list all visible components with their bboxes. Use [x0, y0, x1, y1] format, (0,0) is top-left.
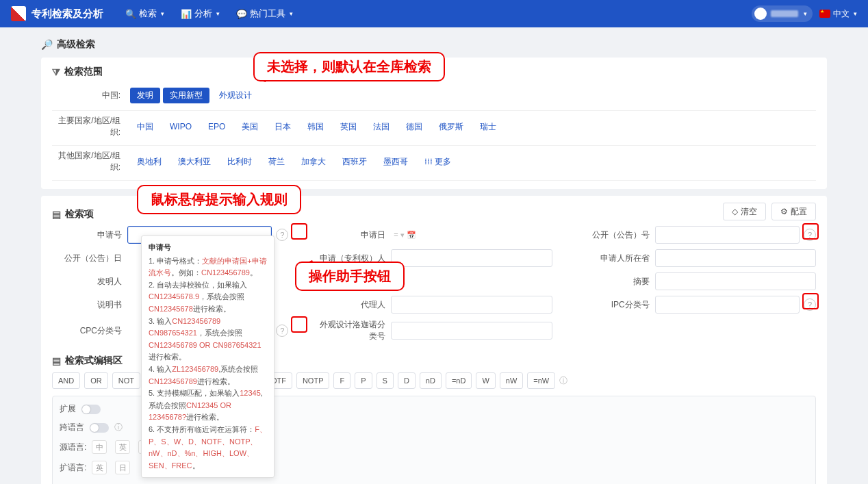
code-icon: ▤: [52, 355, 61, 366]
chip-country[interactable]: 韩国: [301, 119, 331, 135]
scope-other-row: 其他国家/地区/组织: 奥地利 澳大利亚 比利时 荷兰 加拿大 西班牙 墨西哥 …: [52, 146, 816, 181]
pub-number-input[interactable]: [655, 226, 800, 244]
info-icon[interactable]: ⓘ: [114, 422, 123, 433]
user-menu[interactable]: ▾: [752, 5, 813, 22]
op-nd[interactable]: nD: [420, 372, 442, 389]
chip-country[interactable]: 瑞士: [473, 119, 503, 135]
search-icon: 🔍: [125, 9, 136, 19]
scope-title: 检索范围: [64, 66, 103, 78]
field-ipc: IPC分类号 ?: [580, 296, 816, 314]
nav-search[interactable]: 🔍检索▾: [117, 8, 173, 20]
field-agent: 代理人: [316, 296, 552, 314]
expand-toggle[interactable]: [81, 405, 101, 414]
chevron-down-icon: ▾: [216, 10, 220, 17]
scope-main-label: 主要国家/地区/组织:: [52, 115, 127, 138]
chip-country[interactable]: 荷兰: [261, 154, 292, 170]
form-title: 检索项: [65, 208, 94, 220]
chip-country[interactable]: 西班牙: [335, 154, 374, 170]
filter-icon: ⧩: [52, 66, 60, 78]
annotation-frame: [291, 316, 307, 333]
chart-icon: 📊: [181, 9, 192, 19]
abstract-input[interactable]: [655, 272, 816, 290]
chevron-down-icon: ▾: [161, 10, 164, 17]
op-w[interactable]: W: [476, 372, 495, 389]
chip-country[interactable]: 中国: [130, 119, 160, 135]
op-nw[interactable]: nW: [500, 372, 524, 389]
annotation-default-scope: 未选择，则默认在全库检索: [253, 52, 445, 81]
chevron-down-icon: ▾: [854, 10, 857, 17]
language-switch[interactable]: 中文 ▾: [819, 8, 857, 20]
helper-icon[interactable]: ?: [804, 229, 816, 241]
chip-country[interactable]: 法国: [366, 119, 396, 135]
op-p[interactable]: P: [355, 372, 372, 389]
scope-other-label: 其他国家/地区/组织:: [52, 150, 127, 173]
top-navbar: 专利检索及分析 🔍检索▾ 📊分析▾ 💬热门工具▾ ▾ 中文 ▾: [0, 0, 868, 27]
field-abstract: 摘要: [580, 272, 816, 290]
helper-icon[interactable]: ?: [276, 324, 288, 337]
annotation-hover-tip: 鼠标悬停提示输入规则: [137, 185, 301, 214]
chip-country[interactable]: EPO: [201, 120, 232, 133]
op-and[interactable]: AND: [52, 372, 80, 389]
flag-cn-icon: [819, 10, 830, 18]
chip-design[interactable]: 外观设计: [212, 88, 259, 103]
agent-input[interactable]: [391, 296, 552, 314]
gear-icon: ⚙: [780, 207, 788, 216]
annotation-helper-button: 操作助手按钮: [295, 262, 405, 291]
chip-country[interactable]: 英国: [333, 119, 363, 135]
chip-country[interactable]: 墨西哥: [376, 154, 415, 170]
chip-country[interactable]: 奥地利: [130, 154, 168, 170]
chip-country[interactable]: 加拿大: [294, 154, 333, 170]
crosslang-toggle[interactable]: [90, 423, 109, 433]
helper-icon[interactable]: ?: [804, 298, 816, 311]
info-icon[interactable]: ⓘ: [559, 375, 567, 387]
chip-utility[interactable]: 实用新型: [163, 88, 209, 103]
chip-more[interactable]: ⁞⁞⁞ 更多: [418, 154, 458, 170]
scope-card: ⧩检索范围 中国: 发明 实用新型 外观设计 主要国家/地区/组织: 中国 WI…: [41, 58, 827, 189]
field-app-date: 申请日 = ▾ 📅: [316, 226, 552, 244]
field-pub-number: 公开（公告）号 ?: [580, 226, 816, 244]
op-not[interactable]: NOT: [112, 372, 140, 389]
nav-tools[interactable]: 💬热门工具▾: [228, 8, 301, 20]
eraser-icon: ◇: [732, 207, 738, 216]
clear-form-button[interactable]: ◇清空: [723, 203, 766, 220]
date-range-icon[interactable]: = ▾ 📅: [394, 231, 416, 240]
expr-title: 检索式编辑区: [65, 355, 123, 367]
avatar-icon: [754, 8, 767, 20]
helper-icon[interactable]: ?: [276, 229, 288, 241]
lang-chip-en[interactable]: 英: [115, 440, 130, 454]
config-button[interactable]: ⚙配置: [771, 203, 816, 220]
op-d[interactable]: D: [398, 372, 416, 389]
chip-country[interactable]: 俄罗斯: [432, 119, 470, 135]
page-title: 高级检索: [57, 38, 95, 51]
op-or[interactable]: OR: [84, 372, 108, 389]
chip-invention[interactable]: 发明: [130, 88, 160, 103]
field-app-province: 申请人所在省: [580, 249, 816, 267]
chevron-down-icon: ▾: [804, 10, 807, 17]
scope-china-row: 中国: 发明 实用新型 外观设计: [52, 84, 816, 111]
design-class-input[interactable]: [391, 322, 552, 340]
chip-country[interactable]: WIPO: [163, 120, 199, 133]
applicant-input[interactable]: [391, 249, 552, 267]
lang-chip-zh[interactable]: 中: [92, 440, 107, 454]
chip-country[interactable]: 美国: [235, 119, 265, 135]
lang-chip-en[interactable]: 英: [92, 461, 107, 474]
scope-main-row: 主要国家/地区/组织: 中国 WIPO EPO 美国 日本 韩国 英国 法国 德…: [52, 111, 816, 146]
username-blurred: [771, 10, 798, 17]
app-province-input[interactable]: [655, 249, 816, 267]
op-eqnw[interactable]: =nW: [527, 372, 555, 389]
chip-country[interactable]: 比利时: [220, 154, 259, 170]
op-f[interactable]: F: [333, 372, 350, 389]
op-notp[interactable]: NOTP: [296, 372, 330, 389]
chip-country[interactable]: 德国: [399, 119, 429, 135]
annotation-frame: [291, 223, 307, 240]
ipc-input[interactable]: [655, 296, 800, 314]
brand-text: 专利检索及分析: [31, 8, 103, 21]
op-eqnd[interactable]: =nD: [446, 372, 472, 389]
brand: 专利检索及分析: [11, 6, 103, 21]
brand-icon: [11, 6, 26, 21]
nav-analyze[interactable]: 📊分析▾: [173, 8, 228, 20]
lang-chip-jp[interactable]: 日: [115, 461, 130, 474]
chip-country[interactable]: 日本: [268, 119, 298, 135]
chip-country[interactable]: 澳大利亚: [171, 154, 218, 170]
op-s[interactable]: S: [376, 372, 394, 389]
